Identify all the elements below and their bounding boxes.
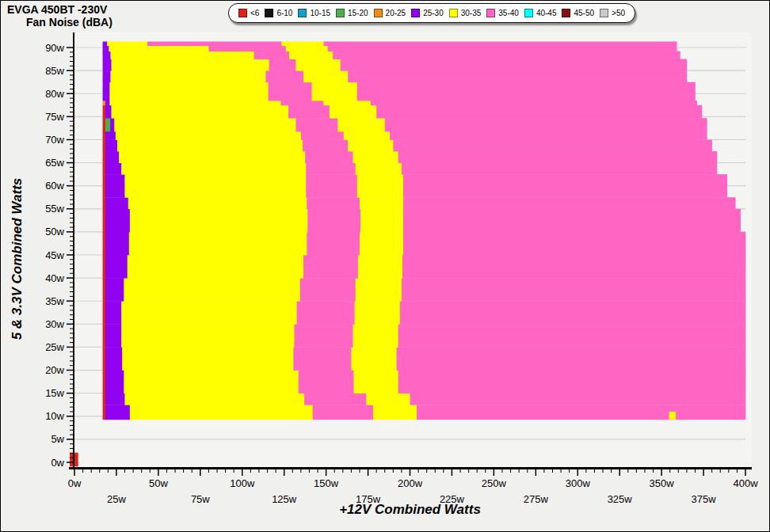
y-minor-tick bbox=[70, 203, 73, 204]
y-major-tick bbox=[67, 162, 73, 164]
cell-30-35 bbox=[114, 118, 295, 131]
legend-label: 35-40 bbox=[498, 9, 519, 17]
cell-lt6 bbox=[103, 151, 106, 163]
cell-35-40 bbox=[280, 101, 323, 105]
y-minor-tick bbox=[70, 264, 73, 264]
x-minor-tick bbox=[225, 469, 226, 473]
x-minor-tick bbox=[334, 469, 335, 473]
cell-25-30 bbox=[105, 197, 128, 209]
cell-30-35 bbox=[353, 324, 398, 348]
y-minor-tick bbox=[70, 245, 73, 246]
x-minor-tick bbox=[175, 469, 176, 473]
cell-35-40 bbox=[417, 405, 745, 420]
y-major-tick bbox=[67, 208, 73, 210]
cell-35-40 bbox=[402, 163, 717, 175]
cell-15-20 bbox=[105, 118, 110, 131]
y-minor-tick bbox=[70, 167, 73, 168]
y-minor-tick bbox=[70, 149, 73, 150]
cell-35-40 bbox=[328, 46, 677, 51]
x-major-tick bbox=[158, 469, 159, 476]
y-major-tick bbox=[67, 393, 73, 394]
cell-lt6 bbox=[103, 278, 106, 302]
cell-25-30 bbox=[105, 405, 130, 420]
cell-lt6 bbox=[103, 301, 106, 325]
cell-30-35 bbox=[109, 46, 208, 51]
x-minor-tick bbox=[477, 469, 478, 473]
x-major-tick bbox=[410, 469, 411, 476]
x-minor-tick bbox=[585, 469, 586, 473]
cell-30-35 bbox=[122, 347, 293, 370]
cell-35-40 bbox=[403, 174, 727, 198]
x-tick-label: 250w bbox=[482, 477, 507, 489]
legend-swatch-45-50 bbox=[562, 9, 570, 17]
legend-swatch-10-15 bbox=[298, 9, 307, 17]
x-major-tick bbox=[116, 469, 117, 476]
y-axis-line bbox=[73, 32, 74, 467]
x-minor-tick bbox=[519, 469, 520, 473]
x-minor-tick bbox=[552, 469, 553, 473]
cell-30-35 bbox=[111, 70, 266, 82]
y-minor-tick bbox=[70, 66, 73, 66]
x-minor-tick bbox=[300, 469, 301, 473]
cell-lt6 bbox=[103, 255, 106, 279]
cell-30-35 bbox=[121, 301, 297, 325]
y-major-tick bbox=[67, 370, 73, 371]
y-tick-label: 50w bbox=[45, 226, 64, 238]
cell-35-40 bbox=[357, 82, 696, 101]
cell-35-40 bbox=[402, 278, 745, 302]
y-major-tick bbox=[67, 300, 73, 302]
y-tick-label: 10w bbox=[45, 410, 64, 422]
cell-30-35 bbox=[669, 412, 676, 420]
y-minor-tick bbox=[70, 360, 73, 361]
cell-25-30 bbox=[103, 82, 110, 101]
cell-35-40 bbox=[296, 118, 338, 131]
cell-30-35 bbox=[109, 82, 268, 101]
y-minor-tick bbox=[70, 332, 73, 333]
legend-item: 40-45 bbox=[524, 9, 557, 17]
cell-25-30 bbox=[103, 70, 111, 82]
y-minor-tick bbox=[70, 365, 73, 366]
cell-35-40 bbox=[304, 393, 367, 405]
x-minor-tick bbox=[711, 469, 712, 473]
x-major-tick bbox=[200, 469, 201, 476]
y-minor-tick bbox=[70, 374, 73, 375]
x-minor-tick bbox=[183, 469, 184, 473]
y-minor-tick bbox=[70, 356, 73, 357]
x-minor-tick bbox=[737, 469, 738, 473]
y-minor-tick bbox=[70, 236, 73, 237]
y-tick-label: 30w bbox=[45, 318, 64, 330]
legend-swatch-25-30 bbox=[411, 9, 420, 17]
x-minor-tick bbox=[208, 469, 209, 473]
cell-35-40 bbox=[254, 51, 290, 59]
y-minor-tick bbox=[70, 190, 73, 191]
y-minor-tick bbox=[70, 121, 73, 122]
cell-30-35 bbox=[117, 139, 303, 151]
x-minor-tick bbox=[216, 469, 217, 473]
cell-25-30 bbox=[110, 118, 115, 131]
cell-35-40 bbox=[303, 255, 358, 279]
cell-30-35 bbox=[107, 41, 147, 46]
y-major-tick bbox=[67, 416, 73, 417]
cell-35-40 bbox=[306, 174, 357, 198]
cell-30-35 bbox=[355, 301, 400, 325]
cell-30-35 bbox=[373, 405, 417, 420]
cell-30-35 bbox=[366, 393, 410, 405]
legend-label: 20-25 bbox=[386, 9, 406, 17]
y-minor-tick bbox=[70, 135, 73, 135]
cell-30-35 bbox=[130, 209, 308, 233]
y-minor-tick bbox=[70, 420, 73, 421]
y-minor-tick bbox=[70, 282, 73, 283]
cell-30-35 bbox=[337, 118, 385, 131]
x-minor-tick bbox=[426, 469, 427, 473]
legend-label: 25-30 bbox=[423, 9, 444, 17]
cell-25-30 bbox=[105, 393, 125, 405]
cell-35-40 bbox=[307, 209, 360, 233]
cell-30-35 bbox=[358, 255, 402, 279]
cell-25-30 bbox=[103, 41, 108, 46]
cell-35-40 bbox=[208, 46, 286, 51]
x-tick-label: 125w bbox=[272, 493, 297, 505]
legend-swatch-lt6 bbox=[238, 9, 247, 17]
cell-35-40 bbox=[303, 139, 348, 151]
legend-item: >50 bbox=[600, 9, 625, 17]
x-tick-label: 325w bbox=[608, 493, 633, 505]
